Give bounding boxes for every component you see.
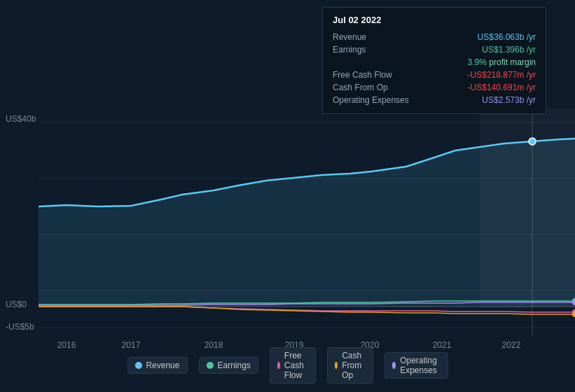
- tooltip-label-revenue: Revenue: [333, 31, 448, 43]
- x-label-2016: 2016: [57, 340, 76, 350]
- x-label-2022: 2022: [502, 340, 521, 350]
- legend-dot-fcf: [277, 362, 280, 369]
- y-label-40b: US$40b: [6, 114, 36, 124]
- tooltip-value-fcf: -US$218.877m /yr: [448, 69, 536, 81]
- chart-tooltip: Jul 02 2022 Revenue US$36.063b /yr Earni…: [322, 7, 546, 114]
- tooltip-row-earnings: Earnings US$1.396b /yr: [333, 43, 536, 56]
- tooltip-row-revenue: Revenue US$36.063b /yr: [333, 31, 536, 43]
- tooltip-label-margin: [333, 56, 448, 69]
- legend-label-revenue: Revenue: [146, 360, 179, 370]
- tooltip-table: Revenue US$36.063b /yr Earnings US$1.396…: [333, 31, 536, 106]
- tooltip-date: Jul 02 2022: [333, 15, 536, 25]
- legend-label-fcf: Free Cash Flow: [284, 351, 308, 380]
- legend-label-earnings: Earnings: [217, 360, 250, 370]
- legend-dot-revenue: [134, 362, 141, 369]
- tooltip-row-cashfromop: Cash From Op -US$140.691m /yr: [333, 81, 536, 94]
- legend-item-revenue[interactable]: Revenue: [127, 357, 187, 374]
- tooltip-label-opex: Operating Expenses: [333, 94, 448, 106]
- legend-dot-cashfromop: [335, 362, 338, 369]
- chart-container: US$40b US$0 -US$5b 2016 2017 2018 2019 2…: [0, 0, 575, 392]
- legend-label-cashfromop: Cash From Op: [342, 351, 366, 380]
- tooltip-value-revenue: US$36.063b /yr: [448, 31, 536, 43]
- y-label-0: US$0: [6, 300, 27, 309]
- tooltip-value-earnings: US$1.396b /yr: [448, 43, 536, 56]
- legend-dot-opex: [392, 362, 396, 369]
- tooltip-label-cashfromop: Cash From Op: [333, 81, 448, 94]
- tooltip-label-earnings: Earnings: [333, 43, 448, 56]
- legend-label-opex: Operating Expenses: [400, 356, 440, 375]
- legend-item-opex[interactable]: Operating Expenses: [385, 352, 448, 379]
- tooltip-row-margin: 3.9% profit margin: [333, 56, 536, 69]
- tooltip-value-cashfromop: -US$140.691m /yr: [448, 81, 536, 94]
- legend-item-earnings[interactable]: Earnings: [198, 357, 258, 374]
- legend-item-cashfromop[interactable]: Cash From Op: [327, 347, 373, 384]
- chart-legend: Revenue Earnings Free Cash Flow Cash Fro…: [127, 347, 448, 384]
- svg-point-11: [529, 138, 536, 145]
- tooltip-value-margin: 3.9% profit margin: [448, 56, 536, 69]
- tooltip-value-opex: US$2.573b /yr: [448, 94, 536, 106]
- tooltip-row-opex: Operating Expenses US$2.573b /yr: [333, 94, 536, 106]
- tooltip-label-fcf: Free Cash Flow: [333, 69, 448, 81]
- y-label-neg5b: -US$5b: [6, 322, 34, 332]
- legend-dot-earnings: [206, 362, 213, 369]
- tooltip-row-fcf: Free Cash Flow -US$218.877m /yr: [333, 69, 536, 81]
- legend-item-fcf[interactable]: Free Cash Flow: [270, 347, 316, 384]
